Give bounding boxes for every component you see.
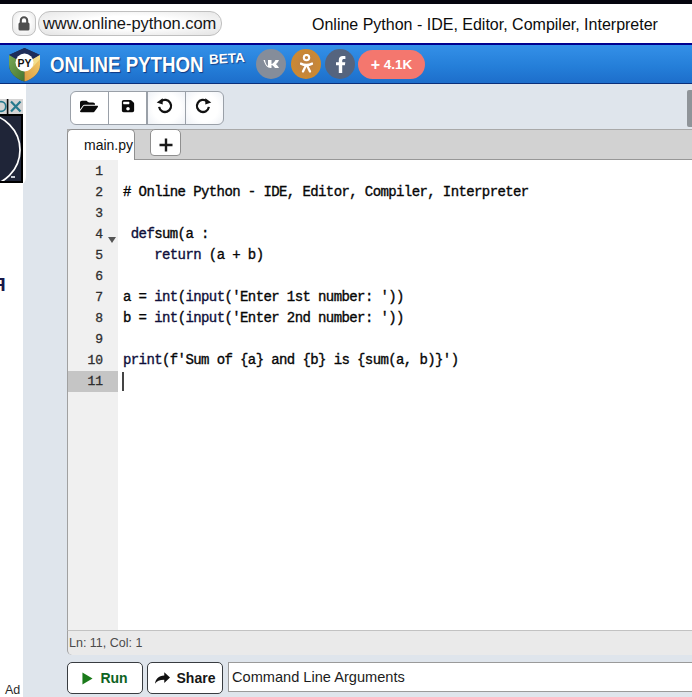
svg-text:PY: PY — [17, 57, 31, 69]
